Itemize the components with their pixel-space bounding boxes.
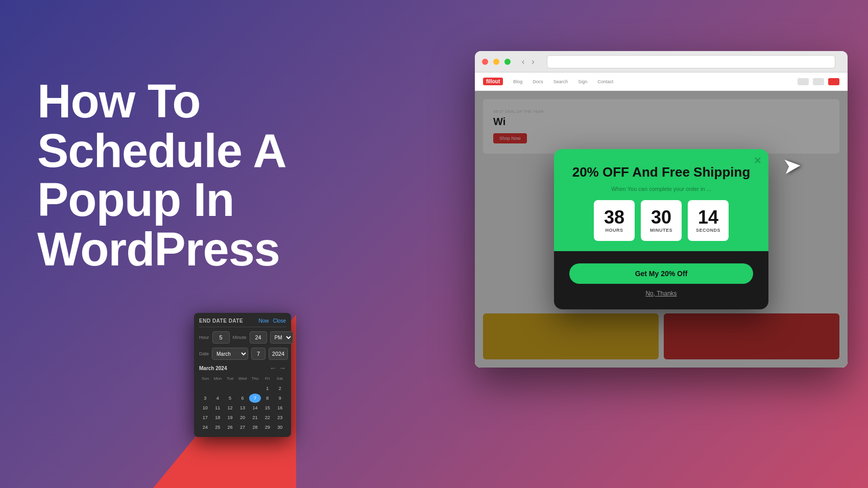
calendar-day-11[interactable]: 11 <box>211 403 223 412</box>
popup-cta-button[interactable]: Get My 20% Off <box>569 263 753 284</box>
browser-back-button[interactable]: ‹ <box>520 56 526 67</box>
website-body: BEST DEAL OF THE YEAR Wi Shop Now ✕ 20% … <box>475 91 848 368</box>
website-nav-docs: Docs <box>533 79 543 84</box>
calendar-day-18[interactable]: 18 <box>211 413 223 422</box>
page-title: How To Schedule A Popup In WordPress <box>37 77 303 274</box>
calendar-days: 1 2 3 4 5 6 7 8 9 10 11 12 13 14 15 16 1… <box>199 384 286 432</box>
calendar-day-24[interactable]: 24 <box>199 423 211 432</box>
calendar-days-header: Sun Mon Tue Wed Thu Fri Sat <box>199 375 286 382</box>
calendar-day-9[interactable]: 9 <box>274 394 286 403</box>
day-name-sat: Sat <box>274 375 286 382</box>
datepicker-next-month-button[interactable]: → <box>279 364 286 372</box>
title-line2: Schedule A <box>37 125 286 177</box>
datepicker-ampm-select[interactable]: PM AM <box>270 331 293 344</box>
datepicker-month-select[interactable]: March January February April <box>212 348 248 360</box>
popup-countdown: 38 HOURS 30 MINUTES 14 SECONDS <box>569 200 753 241</box>
popup-no-thanks-link[interactable]: No, Thanks <box>569 290 753 297</box>
countdown-hours-label: HOURS <box>605 228 623 233</box>
datepicker-header-actions: Now Close <box>258 318 286 324</box>
title-line1: How To <box>37 75 200 127</box>
popup-close-button[interactable]: ✕ <box>754 155 761 166</box>
countdown-hours-value: 38 <box>604 208 624 227</box>
browser-titlebar: ‹ › <box>475 51 848 72</box>
calendar-day-8[interactable]: 8 <box>261 394 273 403</box>
website-nav: fillout Blog Docs Search Sign Contact <box>475 72 848 91</box>
day-name-tue: Tue <box>224 375 236 382</box>
datepicker-hour-input[interactable] <box>212 331 230 344</box>
website-content: fillout Blog Docs Search Sign Contact BE… <box>475 72 848 368</box>
website-nav-action-2 <box>813 78 824 85</box>
calendar-day-26[interactable]: 26 <box>224 423 236 432</box>
calendar-grid: Sun Mon Tue Wed Thu Fri Sat 1 2 3 4 5 6 … <box>199 375 286 432</box>
day-name-fri: Fri <box>261 375 273 382</box>
website-nav-blog: Blog <box>513 79 522 84</box>
website-logo: fillout <box>483 78 503 85</box>
website-nav-action-1 <box>798 78 809 85</box>
datepicker-date-row: Date March January February April <box>199 348 286 360</box>
day-name-thu: Thu <box>249 375 261 382</box>
datepicker-minute-label: Minute <box>233 335 247 340</box>
datepicker-calendar-title: March 2024 <box>199 365 227 371</box>
calendar-day-7[interactable]: 7 <box>249 394 261 403</box>
website-nav-contact: Contact <box>597 79 613 84</box>
browser-dot-close[interactable] <box>482 59 488 65</box>
calendar-day-12[interactable]: 12 <box>224 403 236 412</box>
countdown-minutes-value: 30 <box>651 208 671 227</box>
calendar-day-17[interactable]: 17 <box>199 413 211 422</box>
popup-top-section: ✕ 20% OFF And Free Shipping When You can… <box>554 149 768 251</box>
calendar-day-14[interactable]: 14 <box>249 403 261 412</box>
website-nav-action-cta <box>828 78 839 85</box>
calendar-day-28[interactable]: 28 <box>249 423 261 432</box>
calendar-day-5[interactable]: 5 <box>224 394 236 403</box>
calendar-day-15[interactable]: 15 <box>261 403 273 412</box>
calendar-day-1[interactable]: 1 <box>261 384 273 393</box>
website-nav-actions <box>798 78 839 85</box>
datepicker-prev-month-button[interactable]: ← <box>270 364 277 372</box>
datepicker-nav-buttons: ← → <box>270 364 286 372</box>
calendar-day-27[interactable]: 27 <box>236 423 248 432</box>
browser-url-bar[interactable] <box>547 55 835 68</box>
calendar-day-3[interactable]: 3 <box>199 394 211 403</box>
datepicker-calendar-header: March 2024 ← → <box>199 364 286 372</box>
day-name-sun: Sun <box>199 375 211 382</box>
popup-modal: ✕ 20% OFF And Free Shipping When You can… <box>554 149 768 309</box>
cursor-arrow-icon: ➤ <box>782 151 803 179</box>
countdown-minutes-label: MINUTES <box>650 228 672 233</box>
calendar-day-23[interactable]: 23 <box>274 413 286 422</box>
title-line4: WordPress <box>37 223 280 275</box>
day-name-wed: Wed <box>236 375 249 382</box>
calendar-day-empty-3 <box>224 384 236 393</box>
calendar-day-19[interactable]: 19 <box>224 413 236 422</box>
calendar-day-29[interactable]: 29 <box>261 423 273 432</box>
datepicker-now-button[interactable]: Now <box>258 318 269 324</box>
calendar-day-21[interactable]: 21 <box>249 413 261 422</box>
browser-window: ‹ › fillout Blog Docs Search Sign Contac… <box>475 51 848 368</box>
calendar-day-25[interactable]: 25 <box>211 423 223 432</box>
calendar-day-2[interactable]: 2 <box>274 384 286 393</box>
datepicker-year-input[interactable] <box>269 348 288 360</box>
datepicker-popup: END DATE DATE Now Close Hour Minute PM A… <box>194 313 291 437</box>
calendar-day-13[interactable]: 13 <box>236 403 248 412</box>
browser-dot-maximize[interactable] <box>504 59 511 65</box>
datepicker-close-button[interactable]: Close <box>273 318 286 324</box>
calendar-day-30[interactable]: 30 <box>274 423 286 432</box>
browser-forward-button[interactable]: › <box>529 56 536 67</box>
browser-dot-minimize[interactable] <box>493 59 499 65</box>
countdown-seconds-label: SECONDS <box>696 228 720 233</box>
calendar-day-10[interactable]: 10 <box>199 403 211 412</box>
calendar-day-6[interactable]: 6 <box>236 394 248 403</box>
website-nav-sign: Sign <box>578 79 587 84</box>
browser-nav: ‹ › <box>520 56 537 67</box>
calendar-day-22[interactable]: 22 <box>261 413 273 422</box>
calendar-day-4[interactable]: 4 <box>211 394 223 403</box>
datepicker-time-row: Hour Minute PM AM <box>199 331 286 344</box>
countdown-seconds-value: 14 <box>698 208 718 227</box>
datepicker-day-input[interactable] <box>251 348 266 360</box>
website-nav-search: Search <box>553 79 568 84</box>
countdown-minutes: 30 MINUTES <box>641 200 682 241</box>
calendar-day-20[interactable]: 20 <box>236 413 248 422</box>
datepicker-minute-input[interactable] <box>250 331 267 344</box>
calendar-day-empty-2 <box>211 384 223 393</box>
calendar-day-16[interactable]: 16 <box>274 403 286 412</box>
title-line3: Popup In <box>37 174 234 226</box>
